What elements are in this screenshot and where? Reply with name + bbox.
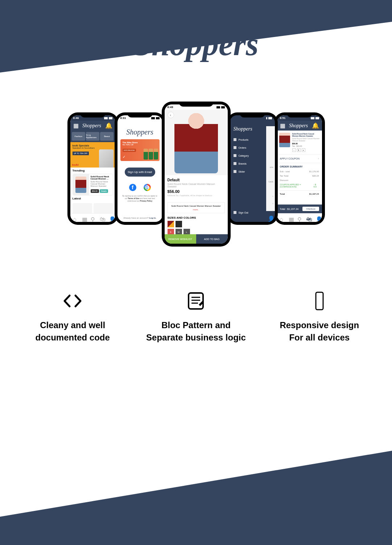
app-header: ▦ Shoppers 🔔 — [70, 121, 115, 131]
signup-email-button[interactable]: Sign Up with Email — [125, 168, 155, 177]
grid-icon[interactable]: ▦ — [82, 216, 86, 220]
remove-wishlist-button[interactable]: REMOVE WISHLIST — [165, 234, 196, 244]
home-icon[interactable]: ⌂ — [73, 216, 77, 220]
phone-signup: 8:31 Shoppers The Nike Store 40-70% Off … — [115, 112, 165, 225]
search-icon[interactable]: ⚲ — [297, 216, 301, 220]
color-swatch-black[interactable] — [176, 221, 182, 227]
bag-icon[interactable]: 🛍 — [100, 216, 103, 220]
color-swatch-maroon-orange[interactable] — [168, 221, 174, 227]
code-icon — [62, 290, 83, 312]
menu-category[interactable]: Category — [230, 152, 266, 160]
promo-title: boAt Specials — [73, 144, 113, 147]
coupon-label: APPLY COUPON — [280, 157, 300, 160]
apply-coupon-row[interactable]: APPLY COUPON › — [277, 154, 322, 163]
svg-rect-0 — [189, 293, 203, 309]
product-name: Solid Round Neck Casual Women Maroon Swe… — [168, 183, 225, 188]
feature-title-line: For all devices — [289, 333, 350, 342]
menu-products[interactable]: Products — [230, 136, 266, 144]
qty-minus-button[interactable]: - — [292, 148, 296, 152]
login-link[interactable]: Log in. — [149, 217, 156, 219]
grid-icon[interactable]: ▦ — [289, 216, 292, 220]
phone-drawer: 8:55 urns Cards › › › Shoppers Products … — [227, 112, 278, 225]
category-beauty[interactable]: Beaut — [100, 132, 114, 141]
menu-orders[interactable]: Orders — [230, 144, 266, 152]
nike-promo[interactable]: The Nike Store 40-70% Off EXPLORE NOW ✓ — [120, 139, 160, 161]
chevron-right-icon[interactable]: › — [272, 195, 273, 198]
app-logo: Shoppers — [82, 123, 101, 129]
product-thumb — [75, 177, 86, 193]
category-tv[interactable]: TV & Appliances — [86, 132, 99, 141]
product-hero-image — [165, 110, 228, 175]
sizes-heading: SIZES AND COLORS — [165, 216, 228, 219]
slider-icon — [234, 170, 236, 173]
product-brand: Default — [168, 178, 225, 182]
user-icon[interactable]: 👤 — [109, 216, 112, 220]
feature-code: Cleany and welldocumented code — [18, 290, 127, 343]
card-subtitle: Solid Round Neck Casual Women Maroon Swe… — [91, 181, 111, 187]
qty-plus-button[interactable]: + — [302, 148, 305, 152]
battery-icon — [156, 117, 160, 119]
bell-icon[interactable]: 🔔 — [105, 122, 112, 129]
user-icon[interactable]: 👤 — [268, 215, 271, 219]
bag-icon[interactable]: 🛍 — [306, 216, 310, 220]
add-to-bag-button[interactable]: ADD TO BAG — [196, 234, 228, 244]
promo-banner[interactable]: boAt Specials Speakers & Soundbars UP TO… — [70, 142, 115, 168]
menu-icon[interactable]: ▦ — [73, 122, 79, 129]
home-icon[interactable]: ⌂ — [280, 216, 283, 220]
category-icon — [234, 154, 236, 157]
menu-icon[interactable]: ▦ — [280, 122, 285, 129]
promo-subtitle: 40-70% Off — [123, 144, 157, 146]
chevron-right-icon[interactable]: › — [272, 202, 273, 205]
feature-title-line: Separate business logic — [146, 333, 246, 342]
facebook-login-button[interactable] — [129, 184, 136, 191]
back-button[interactable]: ‹ — [168, 112, 174, 118]
cart-item-title: Solid Round Neck Casual Women Maroon Swe… — [292, 133, 320, 137]
category-fashion[interactable]: Fashion — [72, 132, 85, 141]
feature-title-line: Bloc Pattern and — [161, 320, 231, 330]
cart-item-subtitle: Solid Round Neck Casual Women Maroon Swe… — [292, 137, 320, 142]
signout-button[interactable]: Sign Out — [230, 208, 252, 216]
menu-brands[interactable]: Brands — [230, 160, 266, 168]
features-section: Cleany and welldocumented code Bloc Patt… — [0, 290, 392, 343]
phone-home: 8:46 ▦ Shoppers 🔔 Fashion TV & Appliance… — [67, 112, 118, 225]
chevron-right-icon[interactable]: › — [272, 210, 273, 212]
signal-icon — [311, 117, 314, 119]
checkout-button[interactable]: Checkout — [302, 207, 319, 211]
discount-label-row: Discount — [277, 178, 322, 182]
app-logo: Shoppers — [117, 128, 162, 136]
brands-icon — [234, 162, 236, 165]
feature-bloc: Bloc Pattern andSeparate business logic — [141, 290, 250, 343]
card-title: Solid Round Neck Casual Women ... — [91, 176, 111, 180]
user-icon[interactable]: 👤 — [315, 216, 319, 220]
bottom-banner — [0, 451, 392, 545]
cart-item-thumb — [279, 133, 290, 147]
signal-icon — [104, 117, 108, 119]
explore-button[interactable]: EXPLORE NOW — [123, 149, 136, 152]
feature-title-line: Responsive design — [280, 320, 359, 330]
time-label: 8:51 — [280, 116, 286, 120]
latest-item[interactable] — [94, 203, 113, 214]
cart-item-tax: Tax : $19.00 — [292, 145, 320, 147]
app-logo: Shoppers — [289, 123, 308, 129]
menu-slider[interactable]: Slider — [230, 168, 266, 176]
terms-link[interactable]: Terms of Use — [128, 197, 139, 199]
privacy-link[interactable]: Privacy Policy — [140, 200, 152, 202]
tax-row: Tax Total$30.24 — [277, 174, 322, 178]
bottom-nav: ⌂ ▦ ⚲ 🛍 👤 — [70, 213, 115, 222]
qty-value: 1 — [297, 148, 301, 152]
login-prompt: Already have an account? Log in. — [117, 217, 162, 219]
phone-cart: 8:51 ▦ Shoppers 🔔 Solid Round Neck Casua… — [274, 112, 325, 225]
total-row: Total$1,197.24 — [277, 190, 322, 196]
drawer-logo: Shoppers — [230, 126, 266, 136]
product-card[interactable]: Solid Round Neck Casual Women ... Solid … — [73, 174, 113, 195]
bell-icon[interactable]: 🔔 — [312, 122, 319, 129]
product-price: $56.00 — [168, 189, 225, 194]
nike-swoosh-icon: ✓ — [123, 155, 125, 159]
search-icon[interactable]: ⚲ — [91, 216, 94, 220]
google-login-button[interactable] — [144, 184, 151, 191]
more-link[interactable]: more.. — [170, 208, 222, 211]
promo-image — [99, 149, 114, 168]
latest-item[interactable] — [73, 203, 92, 214]
cart-item-price: $56.00 — [292, 143, 320, 145]
details-button[interactable]: Details — [100, 189, 108, 193]
